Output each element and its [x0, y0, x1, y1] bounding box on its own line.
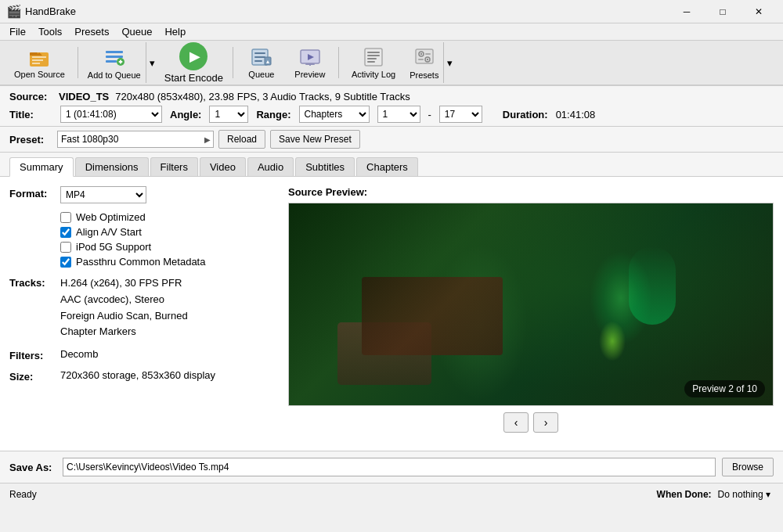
svg-rect-1 [30, 52, 38, 56]
angle-select[interactable]: 1 [209, 106, 248, 123]
preset-row: Preset: ▶ Reload Save New Preset [0, 127, 783, 153]
queue-label: Queue [248, 70, 274, 79]
svg-rect-11 [120, 60, 121, 64]
window-controls: ─ □ ✕ [669, 0, 777, 23]
close-button[interactable]: ✕ [741, 0, 777, 23]
menu-queue[interactable]: Queue [115, 24, 158, 39]
tab-dimensions[interactable]: Dimensions [75, 157, 149, 176]
save-path-input[interactable] [63, 458, 716, 476]
presets-arrow[interactable]: ▾ [443, 42, 456, 83]
tab-video[interactable]: Video [200, 157, 246, 176]
browse-button[interactable]: Browse [722, 458, 774, 476]
scene-light-beam [629, 246, 676, 325]
menu-help[interactable]: Help [158, 24, 192, 39]
source-label: Source: [9, 91, 52, 102]
ipod-row: iPod 5G Support [60, 241, 276, 253]
add-to-queue-arrow[interactable]: ▾ [146, 42, 158, 83]
toolbar-separator-1 [78, 47, 78, 78]
when-done: When Done: Do nothing ▾ [657, 489, 774, 500]
format-row: Format: MP4 MKV [9, 186, 276, 203]
track-4: Chapter Markers [60, 324, 276, 340]
activity-log-label: Activity Log [352, 70, 395, 79]
track-1: H.264 (x264), 30 FPS PFR [60, 275, 276, 292]
queue-icon [251, 46, 272, 68]
tab-audio[interactable]: Audio [247, 157, 294, 176]
passthru-checkbox[interactable] [60, 257, 71, 268]
range-type-select[interactable]: Chapters Seconds Frames [299, 106, 370, 123]
add-to-queue-label: Add to Queue [88, 70, 141, 80]
source-info-text: 720x480 (853x480), 23.98 FPS, 3 Audio Tr… [115, 91, 410, 102]
title-bar: 🎬 HandBrake ─ □ ✕ [0, 0, 783, 23]
duration-value: 01:41:08 [556, 109, 596, 120]
title-select[interactable]: 1 (01:41:08) [60, 106, 162, 123]
menu-tools[interactable]: Tools [32, 24, 68, 39]
tab-chapters[interactable]: Chapters [356, 157, 418, 176]
tab-subtitles[interactable]: Subtitles [295, 157, 355, 176]
size-value: 720x360 storage, 853x360 display [60, 369, 215, 381]
svg-rect-7 [106, 56, 123, 58]
reload-button[interactable]: Reload [218, 130, 265, 149]
main-content: Format: MP4 MKV Web Optimized Align A/V … [0, 177, 783, 451]
add-to-queue-icon [103, 45, 125, 69]
svg-rect-23 [367, 52, 380, 53]
preview-badge: Preview 2 of 10 [684, 380, 765, 397]
preview-label: Preview [294, 70, 325, 79]
toolbar-separator-3 [338, 47, 339, 78]
svg-rect-22 [365, 49, 382, 66]
svg-rect-13 [254, 52, 265, 54]
svg-rect-24 [367, 55, 380, 56]
save-new-preset-button[interactable]: Save New Preset [270, 130, 360, 149]
preview-scene [289, 203, 773, 405]
maximize-button[interactable]: □ [705, 0, 741, 23]
add-to-queue-button[interactable]: Add to Queue [83, 42, 146, 83]
start-encode-label: Start Encode [164, 72, 223, 84]
tab-filters[interactable]: Filters [150, 157, 198, 176]
align-av-checkbox[interactable] [60, 227, 71, 238]
format-content: MP4 MKV [60, 186, 276, 203]
range-start-select[interactable]: 1 [377, 106, 420, 123]
start-encode-button[interactable]: ▶ [179, 42, 207, 70]
tracks-label: Tracks: [9, 275, 60, 289]
preview-prev-button[interactable]: ‹ [503, 412, 529, 433]
when-done-select[interactable]: Do nothing ▾ [715, 489, 774, 500]
ipod-checkbox[interactable] [60, 242, 71, 253]
align-av-row: Align A/V Start [60, 226, 276, 238]
activity-log-button[interactable]: Activity Log [344, 42, 403, 83]
add-to-queue-split: Add to Queue ▾ [83, 42, 158, 83]
tab-summary[interactable]: Summary [9, 157, 74, 177]
web-optimized-checkbox[interactable] [60, 212, 71, 223]
preview-image: Preview 2 of 10 [288, 203, 774, 406]
title-label: Title: [9, 109, 52, 120]
align-av-label: Align A/V Start [76, 226, 142, 238]
duration-label: Duration: [503, 109, 548, 120]
range-end-select[interactable]: 17 [439, 106, 482, 123]
presets-label: Presets [410, 70, 438, 80]
menu-presets[interactable]: Presets [68, 24, 115, 39]
svg-rect-26 [367, 61, 375, 63]
menu-file[interactable]: File [3, 24, 32, 39]
presets-button[interactable]: Presets [405, 42, 443, 83]
source-info: Source: VIDEO_TS 720x480 (853x480), 23.9… [0, 86, 783, 127]
preview-icon [299, 46, 321, 68]
format-select[interactable]: MP4 MKV [60, 186, 146, 203]
when-done-label: When Done: [657, 489, 712, 500]
svg-rect-33 [418, 59, 424, 60]
tracks-content: H.264 (x264), 30 FPS PFR AAC (avcodec), … [60, 275, 276, 340]
preview-button[interactable]: Preview [287, 42, 334, 83]
svg-rect-21 [309, 63, 311, 66]
angle-label: Angle: [170, 109, 201, 120]
queue-button[interactable]: Queue [238, 42, 285, 83]
scene-ground [362, 277, 503, 355]
preset-input[interactable] [57, 131, 214, 148]
preview-label: Source Preview: [288, 186, 774, 198]
track-2: AAC (avcodec), Stereo [60, 292, 276, 308]
svg-rect-6 [106, 51, 123, 53]
activity-log-icon [363, 46, 384, 68]
preview-next-button[interactable]: › [533, 412, 558, 433]
open-source-icon [28, 46, 50, 68]
open-source-button[interactable]: Open Source [6, 42, 73, 83]
web-optimized-label: Web Optimized [76, 211, 146, 223]
presets-split: Presets ▾ [405, 42, 456, 83]
minimize-button[interactable]: ─ [669, 0, 705, 23]
menu-bar: File Tools Presets Queue Help [0, 23, 783, 41]
